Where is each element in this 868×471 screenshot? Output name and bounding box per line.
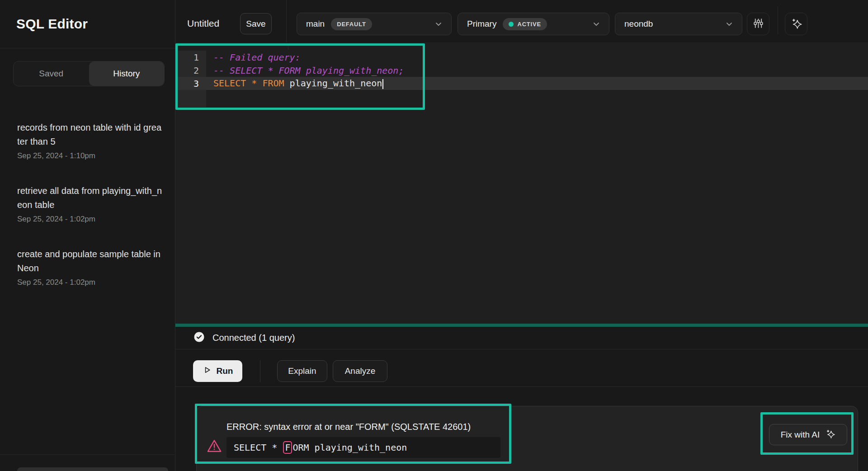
sparkle-icon (825, 429, 835, 441)
topbar-divider (778, 6, 778, 34)
sidebar-bottom-button[interactable] (17, 467, 168, 471)
database-name: neondb (624, 19, 653, 29)
history-item-date: Sep 25, 2024 - 1:02pm (17, 215, 166, 224)
active-dot-icon (509, 22, 514, 27)
branch-select[interactable]: main DEFAULT (297, 13, 452, 35)
history-item[interactable]: retrieve all data from playing_with_neon… (17, 172, 166, 236)
sql-keyword: SELECT (213, 78, 251, 89)
connection-status-bar: Connected (1 query) (175, 327, 868, 349)
error-message: ERROR: syntax error at or near "FORM" (S… (226, 422, 471, 432)
fix-with-ai-label: Fix with AI (781, 430, 820, 440)
text-cursor (382, 79, 383, 89)
run-button[interactable]: Run (193, 360, 242, 382)
sql-keyword: FROM (262, 78, 289, 89)
code-line-current[interactable]: 3 SELECT * FROM playing_with_neon (178, 77, 868, 90)
history-item-title: records from neon table with id greater … (17, 121, 163, 149)
query-name: Untitled (187, 0, 219, 47)
warning-icon (206, 438, 222, 456)
error-highlight-char: F (283, 441, 292, 454)
sql-comment: -- SELECT * FORM playing_with_neon; (213, 65, 404, 76)
history-item[interactable]: records from neon table with id greater … (17, 109, 166, 172)
topbar: Untitled Save main DEFAULT Primary ACTIV… (175, 0, 868, 42)
page-title: SQL Editor (16, 16, 88, 32)
results-section: ERROR: syntax error at or near "FORM" (S… (175, 387, 868, 471)
sidebar: SQL Editor Saved History records from ne… (0, 0, 175, 471)
main-area: Untitled Save main DEFAULT Primary ACTIV… (175, 0, 868, 471)
history-item[interactable]: create and populate sample table in Neon… (17, 236, 166, 299)
compute-select[interactable]: Primary ACTIVE (458, 13, 609, 35)
analyze-button[interactable]: Analyze (333, 360, 387, 382)
error-query-prefix: SELECT * (234, 442, 283, 453)
actions-divider (260, 360, 260, 382)
compute-name: Primary (467, 19, 496, 29)
topbar-divider (286, 0, 287, 42)
run-button-label: Run (217, 366, 233, 376)
sidebar-header: SQL Editor (0, 0, 175, 48)
database-select[interactable]: neondb (615, 13, 742, 35)
ai-assistant-button[interactable] (785, 13, 807, 35)
chevron-down-icon (434, 19, 443, 28)
history-item-title: retrieve all data from playing_with_neon… (17, 184, 163, 212)
history-item-date: Sep 25, 2024 - 1:02pm (17, 278, 166, 287)
tab-saved[interactable]: Saved (14, 61, 89, 86)
branch-name: main (306, 19, 325, 29)
line-number: 2 (178, 65, 206, 76)
code-lines: 1 -- Failed query: 2 -- SELECT * FORM pl… (178, 51, 868, 90)
settings-sliders-button[interactable] (747, 13, 769, 35)
sliders-icon (752, 17, 764, 31)
active-badge: ACTIVE (503, 18, 547, 30)
default-badge: DEFAULT (331, 18, 372, 30)
connection-status-text: Connected (1 query) (212, 333, 295, 343)
query-actions-bar: Run Explain Analyze (175, 349, 868, 387)
error-panel: ERROR: syntax error at or near "FORM" (S… (196, 406, 858, 471)
sql-operator: * (251, 78, 262, 89)
code-line[interactable]: 2 -- SELECT * FORM playing_with_neon; (178, 64, 868, 77)
chevron-down-icon (725, 19, 734, 28)
pane-resize-divider[interactable] (175, 324, 868, 327)
tab-history[interactable]: History (89, 61, 165, 86)
sql-editor-app: SQL Editor Saved History records from ne… (0, 0, 868, 471)
play-icon (203, 365, 212, 377)
active-badge-label: ACTIVE (517, 21, 541, 28)
explain-button[interactable]: Explain (277, 360, 327, 382)
history-item-date: Sep 25, 2024 - 1:10pm (17, 151, 166, 160)
sql-comment: -- Failed query: (213, 52, 301, 63)
sql-code-editor[interactable]: 1 -- Failed query: 2 -- SELECT * FORM pl… (175, 42, 868, 324)
saved-history-tabs: Saved History (13, 61, 165, 86)
chevron-down-icon (592, 19, 601, 28)
code-line[interactable]: 1 -- Failed query: (178, 51, 868, 64)
error-query-snippet: SELECT * FORM playing_with_neon (226, 437, 500, 458)
history-list: records from neon table with id greater … (0, 109, 175, 299)
sparkle-icon (790, 17, 802, 31)
fix-with-ai-button[interactable]: Fix with AI (769, 424, 847, 445)
line-number: 1 (178, 52, 206, 63)
check-circle-icon (193, 331, 205, 345)
history-item-title: create and populate sample table in Neon (17, 247, 163, 275)
sql-identifier: playing_with_neon (290, 78, 382, 89)
save-button[interactable]: Save (240, 13, 272, 34)
error-query-suffix: ORM playing_with_neon (292, 442, 407, 453)
line-number: 3 (178, 78, 206, 89)
editor-tab-divider (288, 43, 288, 50)
sidebar-bottom-divider (0, 454, 175, 455)
